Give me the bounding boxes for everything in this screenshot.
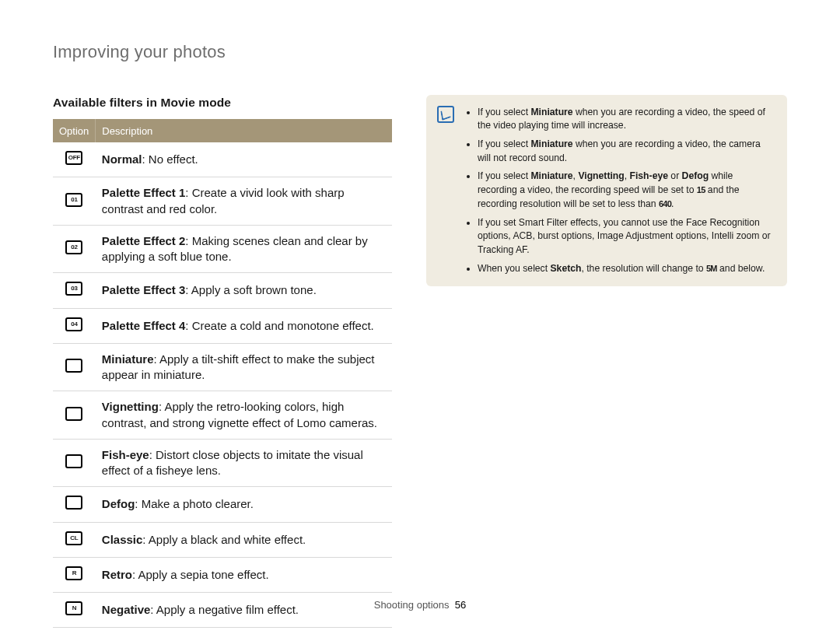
option-icon: 01	[65, 192, 82, 208]
table-row: CLClassic: Apply a black and white effec…	[53, 522, 392, 557]
resolution-icon: 5M	[706, 264, 717, 273]
option-description-cell: Vignetting: Apply the retro-looking colo…	[96, 391, 392, 440]
option-icon-cell	[53, 391, 96, 440]
table-row: Fish-eye: Distort close objects to imita…	[53, 439, 392, 487]
option-name: Palette Effect 4	[102, 319, 186, 332]
option-description-cell: Retro: Apply a sepia tone effect.	[96, 557, 392, 592]
table-row: Miniature: Apply a tilt-shift effect to …	[53, 343, 392, 391]
filter-table: Option Description OFFNormal: No effect.…	[53, 119, 392, 634]
option-icon-cell: RGB	[53, 628, 96, 634]
th-option: Option	[53, 119, 96, 142]
option-desc: : No effect.	[142, 152, 198, 166]
footer-page-number: 56	[455, 599, 466, 611]
option-desc: : Make a photo clearer.	[135, 497, 254, 510]
option-name: Normal	[102, 152, 142, 166]
option-name: Palette Effect 1	[102, 186, 186, 199]
option-icon-cell	[53, 343, 96, 391]
option-name: Classic	[102, 533, 143, 546]
option-icon: OFF	[65, 150, 82, 166]
note-item: If you select Miniature, Vignetting, Fis…	[478, 170, 773, 211]
option-description-cell: Palette Effect 3: Apply a soft brown ton…	[96, 273, 392, 308]
note-item: If you set Smart Filter effects, you can…	[478, 216, 773, 257]
option-name: Palette Effect 3	[102, 283, 186, 296]
option-name: Retro	[102, 568, 132, 581]
note-box: If you select Miniature when you are rec…	[426, 95, 787, 287]
option-description-cell: Defog: Make a photo clearer.	[96, 487, 392, 522]
table-row: Defog: Make a photo clearer.	[53, 487, 392, 522]
option-description-cell: Palette Effect 2: Making scenes clean an…	[96, 225, 392, 273]
option-description-cell: Palette Effect 1: Create a vivid look wi…	[96, 177, 392, 226]
option-icon-cell: 03	[53, 273, 96, 308]
option-description-cell: Custom RGB: Customize a color value.	[96, 628, 392, 634]
option-description-cell: Normal: No effect.	[96, 142, 392, 177]
table-row: 01Palette Effect 1: Create a vivid look …	[53, 177, 392, 226]
option-desc: : Create a cold and monotone effect.	[185, 319, 373, 332]
option-name: Vignetting	[102, 400, 159, 413]
option-icon	[65, 454, 82, 469]
table-row: 04Palette Effect 4: Create a cold and mo…	[53, 308, 392, 343]
option-icon-cell: 01	[53, 177, 96, 226]
option-icon: CL	[65, 531, 82, 546]
option-name: Palette Effect 2	[102, 234, 186, 247]
note-item: If you select Miniature when you are rec…	[478, 106, 773, 133]
right-column: If you select Miniature when you are rec…	[426, 95, 787, 634]
option-icon-cell: 02	[53, 225, 96, 273]
left-column: Available filters in Movie mode Option D…	[53, 95, 392, 634]
info-icon	[437, 106, 454, 123]
option-icon: 02	[65, 240, 82, 255]
option-description-cell: Palette Effect 4: Create a cold and mono…	[96, 308, 392, 343]
option-desc: : Apply a soft brown tone.	[185, 283, 316, 296]
option-desc: : Apply a black and white effect.	[142, 533, 306, 546]
section-title: Available filters in Movie mode	[53, 95, 392, 111]
note-item: When you select Sketch, the resolution w…	[478, 262, 773, 276]
table-row: RRetro: Apply a sepia tone effect.	[53, 557, 392, 592]
note-icon-wrap	[437, 106, 457, 276]
table-row: 02Palette Effect 2: Making scenes clean …	[53, 225, 392, 273]
option-icon-cell	[53, 487, 96, 522]
option-icon-cell	[53, 439, 96, 487]
th-description: Description	[96, 119, 392, 142]
fps-icon: 15	[697, 185, 705, 194]
table-row: RGBCustom RGB: Customize a color value.	[53, 628, 392, 634]
option-name: Fish-eye	[102, 448, 149, 461]
footer-section: Shooting options	[374, 599, 450, 611]
option-icon: R	[65, 566, 82, 581]
option-icon-cell: OFF	[53, 142, 96, 177]
option-icon: 04	[65, 317, 82, 332]
table-row: 03Palette Effect 3: Apply a soft brown t…	[53, 273, 392, 308]
option-icon	[65, 406, 82, 422]
note-item: If you select Miniature when you are rec…	[478, 138, 773, 165]
table-row: OFFNormal: No effect.	[53, 142, 392, 177]
option-icon: 03	[65, 281, 82, 296]
option-name: Miniature	[102, 352, 154, 366]
note-list: If you select Miniature when you are rec…	[465, 106, 773, 276]
option-description-cell: Fish-eye: Distort close objects to imita…	[96, 439, 392, 487]
option-description-cell: Miniature: Apply a tilt-shift effect to …	[96, 343, 392, 391]
option-icon	[65, 495, 82, 510]
option-name: Defog	[102, 497, 135, 510]
option-description-cell: Classic: Apply a black and white effect.	[96, 522, 392, 557]
page-footer: Shooting options 56	[0, 598, 840, 612]
option-icon-cell: 04	[53, 308, 96, 343]
resolution-icon: 640	[659, 199, 671, 208]
option-icon-cell: CL	[53, 522, 96, 557]
table-row: Vignetting: Apply the retro-looking colo…	[53, 391, 392, 440]
option-icon	[65, 358, 82, 373]
page-title: Improving your photos	[53, 40, 787, 64]
option-desc: : Apply a sepia tone effect.	[132, 568, 269, 581]
option-icon-cell: R	[53, 557, 96, 592]
